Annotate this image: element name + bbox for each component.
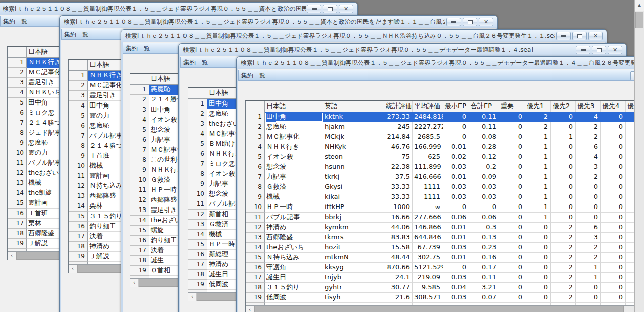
column-header[interactable]: 日本語: [265, 101, 323, 112]
table-cell[interactable]: 0: [576, 293, 601, 303]
table-cell[interactable]: MCkjk: [323, 132, 384, 142]
scroll-left-button[interactable]: ‹: [188, 293, 197, 301]
table-cell[interactable]: 0: [601, 132, 626, 142]
table-cell[interactable]: 0.08: [469, 132, 499, 142]
table-cell[interactable]: 2: [551, 273, 576, 283]
table-cell[interactable]: 1: [576, 263, 601, 273]
scroll-up-button[interactable]: ▲: [635, 0, 644, 11]
table-row[interactable]: 3ＭＣ記事化MCkjk214.842685.500.0801120: [246, 132, 644, 142]
table-cell[interactable]: 1: [525, 152, 551, 162]
table-cell[interactable]: 0: [525, 223, 551, 233]
table-cell[interactable]: tnjyb: [323, 273, 384, 283]
table-cell[interactable]: 1111: [413, 192, 443, 202]
table-cell[interactable]: 0: [499, 172, 525, 182]
table-cell[interactable]: 2: [576, 253, 601, 263]
table-row[interactable]: 6想念波hsunn22.38111.8990.030.201030: [246, 162, 644, 172]
table-cell[interactable]: ∞: [413, 202, 443, 213]
table-cell[interactable]: 273.33: [384, 112, 413, 122]
table-cell[interactable]: 0.07: [469, 293, 499, 303]
table-cell[interactable]: 9.585: [413, 283, 443, 293]
table-cell[interactable]: hozit: [323, 243, 384, 253]
table-row[interactable]: 8Ｇ救済Gkysi33.3311110.030.0301000: [246, 182, 644, 192]
table-cell[interactable]: 0: [499, 142, 525, 152]
table-row[interactable]: 13西郷隆盛tkmrs83.83644.8460.010.1300230: [246, 233, 644, 243]
table-cell[interactable]: 0.03: [469, 192, 499, 202]
table-cell[interactable]: 0: [499, 182, 525, 192]
table-cell[interactable]: 0.01: [443, 172, 469, 182]
table-cell[interactable]: 0: [443, 202, 469, 213]
table-cell[interactable]: 24.1: [384, 273, 413, 283]
table-cell[interactable]: 0: [499, 122, 525, 132]
table-cell[interactable]: 1000: [384, 202, 413, 213]
table-cell[interactable]: 111.899: [413, 162, 443, 172]
table-cell[interactable]: 0: [443, 112, 469, 122]
close-button[interactable]: ✕: [608, 46, 622, 54]
table-cell[interactable]: 0: [551, 142, 576, 152]
table-cell[interactable]: 0: [499, 273, 525, 283]
table-cell[interactable]: 2685.5: [413, 132, 443, 142]
table-row[interactable]: 12神清めkymkm44.06146.8660.010.300260: [246, 223, 644, 233]
table-cell[interactable]: 0.12: [469, 152, 499, 162]
table-cell[interactable]: 0: [601, 192, 626, 202]
table-row[interactable]: 18３１５釣りgyhtr30.779.5850.043.2100200: [246, 283, 644, 293]
table-cell[interactable]: 西郷隆盛: [265, 233, 323, 243]
table-cell[interactable]: tisyh: [323, 293, 384, 303]
table-cell[interactable]: 2: [551, 283, 576, 293]
table-cell[interactable]: 0.02: [443, 152, 469, 162]
table-cell[interactable]: 245: [384, 122, 413, 132]
column-header[interactable]: 重要: [499, 101, 525, 112]
table-row[interactable]: 5イオン殺steon756250.020.1201040: [246, 152, 644, 162]
column-header[interactable]: 優先1: [525, 101, 551, 112]
table-cell[interactable]: 21.6: [384, 293, 413, 303]
table-cell[interactable]: 0.11: [469, 122, 499, 132]
table-cell[interactable]: 0: [443, 132, 469, 142]
table-cell[interactable]: 4: [576, 152, 601, 162]
table-cell[interactable]: 0: [601, 162, 626, 172]
table-cell[interactable]: kktnk: [323, 112, 384, 122]
minimize-button[interactable]: [307, 5, 321, 13]
table-cell[interactable]: 1: [525, 192, 551, 202]
table-cell[interactable]: 0.06: [469, 213, 499, 223]
table-cell[interactable]: 33.33: [384, 182, 413, 192]
scroll-left-button[interactable]: ‹: [69, 265, 77, 273]
table-cell[interactable]: Ｇ救済: [265, 182, 323, 192]
minimize-button[interactable]: [576, 46, 590, 54]
table-cell[interactable]: 0: [576, 283, 601, 293]
table-cell[interactable]: 214.84: [384, 132, 413, 142]
table-cell[interactable]: 0.01: [443, 223, 469, 233]
table-cell[interactable]: 0: [499, 293, 525, 303]
table-cell[interactable]: 0.04: [443, 283, 469, 293]
table-row[interactable]: 2悪魔恥hjakm2452227.27200.1102020: [246, 122, 644, 132]
table-cell[interactable]: 0: [576, 202, 601, 213]
table-cell[interactable]: 0.03: [443, 243, 469, 253]
table-cell[interactable]: tkmrs: [323, 233, 384, 243]
table-cell[interactable]: 0: [601, 273, 626, 283]
table-row[interactable]: 11バブル記事bbrkj16.66277.6660.060.0601000: [246, 213, 644, 223]
table-cell[interactable]: 0: [499, 253, 525, 263]
table-cell[interactable]: NHKyk: [323, 142, 384, 152]
table-cell[interactable]: 1: [525, 132, 551, 142]
table-cell[interactable]: 0: [443, 122, 469, 132]
table-row[interactable]: 17誕生日tnjyb24.1219.090.030.1100210: [246, 273, 644, 283]
table-cell[interactable]: 0: [601, 223, 626, 233]
table-cell[interactable]: 0: [551, 112, 576, 122]
table-cell[interactable]: 2: [551, 223, 576, 233]
table-cell[interactable]: 0.01: [443, 253, 469, 263]
table-cell[interactable]: ３１５釣り: [265, 283, 323, 293]
table-cell[interactable]: 3: [576, 162, 601, 172]
scroll-left-button[interactable]: ‹: [8, 252, 16, 260]
table-cell[interactable]: 0: [551, 213, 576, 223]
table-cell[interactable]: 1: [525, 182, 551, 192]
table-cell[interactable]: 83.83: [384, 233, 413, 243]
table-cell[interactable]: 2: [576, 243, 601, 253]
table-cell[interactable]: 田中角: [265, 112, 323, 122]
table-cell[interactable]: gyhtr: [323, 283, 384, 293]
table-cell[interactable]: 0: [499, 152, 525, 162]
table-cell[interactable]: 5121.529: [413, 263, 443, 273]
table-cell[interactable]: 0: [525, 233, 551, 243]
table-cell[interactable]: 0: [469, 202, 499, 213]
table-cell[interactable]: イオン殺: [265, 152, 323, 162]
column-header[interactable]: 優先4: [601, 101, 626, 112]
table-cell[interactable]: 0: [576, 182, 601, 192]
table-cell[interactable]: 0.01: [443, 233, 469, 243]
